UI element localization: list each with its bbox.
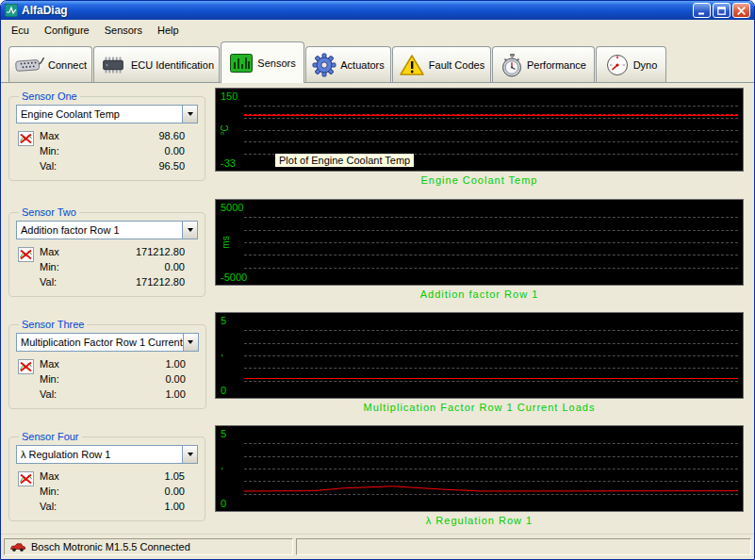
plot-addition-factor[interactable]: 5000 -5000 ms (215, 199, 744, 286)
max-value: 171212.80 (74, 246, 198, 257)
chevron-down-icon (188, 228, 193, 232)
no-graph-toggle-button[interactable] (18, 131, 34, 173)
menu-ecu[interactable]: Ecu (4, 22, 37, 39)
sensor-two-title: Sensor Two (19, 206, 79, 218)
min-label: Min: (40, 486, 74, 497)
combo-dropdown-button[interactable] (183, 334, 198, 351)
no-graph-toggle-button[interactable] (18, 247, 34, 289)
val-value: 1.00 (74, 501, 198, 512)
tab-sensors[interactable]: Sensors (221, 41, 304, 83)
menu-configure[interactable]: Configure (37, 22, 97, 39)
sensor-four-select[interactable]: λ Regulation Row 1 (16, 445, 198, 464)
maximize-button[interactable] (713, 3, 730, 18)
y-axis-min-label: 0 (221, 385, 226, 396)
sensor-one-select[interactable]: Engine Coolant Temp (16, 105, 198, 124)
chart-title: Addition factor Row 1 (215, 288, 744, 300)
sensor-four-selected-value: λ Regulation Row 1 (17, 449, 182, 460)
chevron-down-icon (188, 340, 193, 344)
plot-multiplication-factor[interactable]: 5 0 - (215, 312, 744, 399)
y-axis-unit-label: - (216, 467, 226, 469)
tab-actuators[interactable]: Actuators (305, 46, 391, 82)
tab-fault-codes[interactable]: Fault Codes (392, 46, 491, 82)
tabstrip: Connect ECU Identification Sensors Actua… (1, 40, 754, 83)
menu-sensors[interactable]: Sensors (97, 22, 150, 39)
min-value: 0.00 (74, 261, 198, 272)
max-label: Max (40, 246, 74, 257)
tab-label: Connect (48, 59, 87, 71)
y-axis-unit-label: °C (220, 124, 230, 135)
maximize-icon (717, 7, 726, 15)
value-line (244, 378, 738, 379)
statusbar: Bosch Motronic M1.5.5 Connected (1, 534, 754, 559)
min-label: Min: (40, 261, 74, 272)
gridline (244, 355, 738, 356)
plot-area (244, 431, 738, 506)
tab-label: Dyno (633, 59, 658, 71)
gridline (244, 106, 738, 107)
no-graph-toggle-button[interactable] (18, 359, 34, 402)
tab-label: Sensors (257, 58, 295, 69)
minimize-icon (698, 7, 706, 15)
menubar: Ecu Configure Sensors Help (1, 20, 754, 40)
sensor-three-select[interactable]: Multiplication Factor Row 1 Current (16, 333, 199, 352)
signal-display-icon (229, 52, 254, 74)
value-series (244, 431, 738, 506)
tab-ecu-identification[interactable]: ECU Identification (93, 46, 220, 82)
max-label: Max (40, 470, 74, 482)
combo-dropdown-button[interactable] (182, 446, 197, 463)
sensor-two-stats: Max171212.80 Min:0.00 Val:171212.80 (40, 244, 198, 289)
y-axis-max-label: 5 (221, 428, 226, 439)
plot-lambda-regulation[interactable]: 5 0 - (215, 425, 744, 512)
gridline (244, 381, 738, 382)
connector-icon (14, 55, 44, 75)
chevron-down-icon (188, 453, 193, 456)
plot-tooltip: Plot of Engine Coolant Temp (274, 153, 415, 168)
main-content: Sensor One Engine Coolant Temp Max98.60 … (1, 83, 754, 534)
plot-area (244, 205, 738, 280)
chart-block-addition-factor: 5000 -5000 ms Addition factor Row 1 (215, 199, 744, 300)
tabstrip-baseline (1, 82, 754, 83)
tab-label: Actuators (340, 59, 384, 71)
car-icon (9, 542, 26, 552)
tab-label: Performance (527, 59, 586, 71)
max-value: 1.05 (74, 470, 198, 482)
menu-help[interactable]: Help (150, 22, 187, 39)
min-value: 0.00 (74, 486, 198, 497)
no-graph-toggle-button[interactable] (18, 471, 34, 514)
min-value: 0.00 (74, 145, 198, 156)
y-axis-max-label: 150 (221, 91, 238, 102)
y-axis-max-label: 5 (221, 315, 226, 326)
val-label: Val: (40, 388, 74, 400)
sensor-two-select[interactable]: Addition factor Row 1 (16, 221, 198, 239)
combo-dropdown-button[interactable] (182, 106, 197, 123)
minimize-button[interactable] (693, 3, 711, 18)
max-value: 98.60 (74, 130, 198, 141)
gridline (244, 255, 738, 255)
gridline (244, 330, 738, 331)
sensor-one-selected-value: Engine Coolant Temp (17, 108, 182, 120)
max-label: Max (40, 130, 74, 141)
min-label: Min: (40, 145, 74, 156)
value-line (244, 115, 738, 116)
gridline (244, 141, 738, 142)
sensor-two-panel: Sensor Two Addition factor Row 1 Max1712… (8, 206, 205, 297)
val-value: 96.50 (74, 160, 198, 172)
window-title: AlfaDiag (22, 4, 693, 17)
sensor-four-title: Sensor Four (19, 431, 82, 442)
y-axis-max-label: 5000 (221, 202, 243, 213)
sensor-two-selected-value: Addition factor Row 1 (17, 224, 182, 236)
tab-dyno[interactable]: Dyno (596, 46, 666, 82)
gear-icon (312, 53, 336, 77)
min-label: Min: (40, 373, 74, 385)
gridline (244, 130, 738, 131)
close-button[interactable] (732, 3, 750, 18)
sensor-four-stats: Max1.05 Min:0.00 Val:1.00 (40, 469, 198, 514)
tab-connect[interactable]: Connect (8, 46, 92, 82)
tab-performance[interactable]: Performance (492, 46, 595, 82)
chart-title: λ Regulation Row 1 (215, 515, 744, 526)
sensor-four-panel: Sensor Four λ Regulation Row 1 Max1.05 M… (8, 431, 205, 521)
app-window: AlfaDiag Ecu Configure Sensors Help Conn… (0, 0, 755, 560)
sensor-three-title: Sensor Three (19, 319, 87, 330)
gridline (244, 343, 738, 344)
combo-dropdown-button[interactable] (182, 222, 197, 239)
